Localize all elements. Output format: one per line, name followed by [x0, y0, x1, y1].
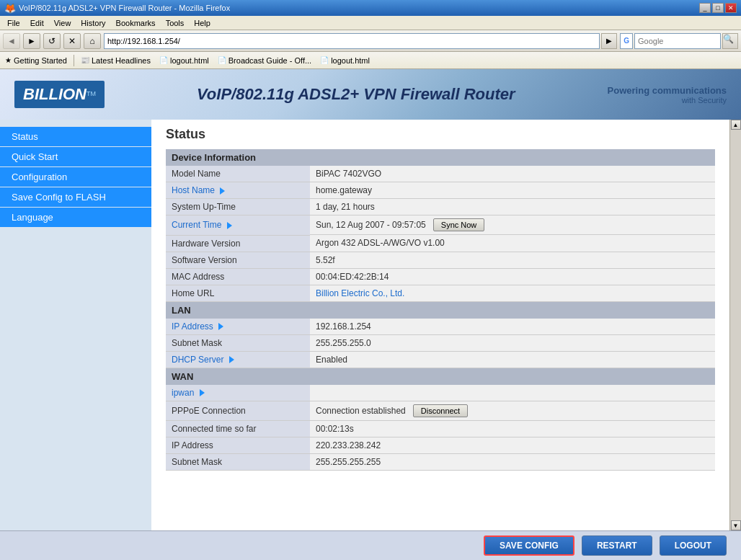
section-header-wan: WAN: [166, 368, 715, 385]
scroll-up-button[interactable]: ▲: [731, 120, 741, 130]
google-logo: G: [624, 37, 629, 45]
separator: [74, 55, 74, 66]
bookmarks-bar: ★ Getting Started 📰 Latest Headlines 📄 l…: [0, 52, 741, 69]
arrow-icon-3: [218, 323, 223, 330]
value-wan-ip: 220.233.238.242: [310, 437, 715, 454]
value-wan-subnet: 255.255.255.255: [310, 454, 715, 471]
content-area: Status Device Information Model Name BiP…: [151, 120, 729, 530]
firefox-icon: 🦊: [4, 3, 16, 14]
sidebar-item-language[interactable]: Language: [0, 208, 151, 227]
value-lan-subnet: 255.255.255.0: [310, 334, 715, 351]
arrow-icon-4: [229, 356, 234, 363]
bookmark-logout-2[interactable]: 📄 logout.html: [318, 55, 372, 66]
table-row: Subnet Mask 255.255.255.0: [166, 334, 715, 351]
value-model-name: BiPAC 7402VGO: [310, 166, 715, 182]
content-title: Status: [166, 127, 715, 142]
label-pppoe: PPPoE Connection: [166, 401, 310, 421]
label-lan-subnet: Subnet Mask: [166, 334, 310, 351]
home-url-link[interactable]: Billion Electric Co., Ltd.: [316, 288, 404, 298]
menu-bookmarks[interactable]: Bookmarks: [112, 17, 160, 29]
bookmark-getting-started[interactable]: ★ Getting Started: [3, 55, 69, 66]
table-row: Home URL Billion Electric Co., Ltd.: [166, 285, 715, 301]
router-page: BILLIONTM VoIP/802.11g ADSL2+ VPN Firewa…: [0, 69, 741, 560]
table-row: Model Name BiPAC 7402VGO: [166, 166, 715, 182]
table-row: System Up-Time 1 day, 21 hours: [166, 199, 715, 215]
save-config-button[interactable]: SAVE CONFIG: [484, 535, 574, 556]
sync-now-button[interactable]: Sync Now: [433, 218, 485, 231]
billion-logo: BILLIONTM: [14, 81, 105, 108]
page-icon-2: 📄: [218, 56, 226, 64]
restart-button[interactable]: RESTART: [582, 535, 652, 556]
page-icon-3: 📄: [320, 56, 329, 64]
label-lan-ip: IP Address: [166, 319, 310, 335]
sidebar-item-status[interactable]: Status: [0, 127, 151, 146]
browser-content: BILLIONTM VoIP/802.11g ADSL2+ VPN Firewa…: [0, 69, 741, 560]
window-title: VoIP/802.11g ADSL2+ VPN Firewall Router …: [19, 4, 230, 12]
bookmark-broadcast-guide[interactable]: 📄 Broadcast Guide - Off...: [216, 55, 314, 66]
router-main: Status Quick Start Configuration Save Co…: [0, 120, 741, 530]
reload-button[interactable]: ↺: [43, 33, 61, 49]
label-hw-version: Hardware Version: [166, 235, 310, 252]
label-ipwan: ipwan: [166, 385, 310, 401]
table-row: MAC Address 00:04:ED:42:2B:14: [166, 268, 715, 285]
section-wan: WAN: [166, 368, 715, 385]
title-bar: 🦊 VoIP/802.11g ADSL2+ VPN Firewall Route…: [0, 0, 741, 16]
logout-button[interactable]: LOGOUT: [660, 535, 727, 556]
value-pppoe: Connection established Disconnect: [310, 401, 715, 421]
table-row: Host Name home.gateway: [166, 182, 715, 199]
menu-help[interactable]: Help: [190, 17, 215, 29]
label-wan-ip: IP Address: [166, 437, 310, 454]
logo-text: BILLION: [23, 85, 86, 103]
arrow-icon-2: [227, 222, 232, 229]
value-sw-version: 5.52f: [310, 252, 715, 268]
scrollbar[interactable]: ▲ ▼: [729, 120, 741, 530]
label-wan-subnet: Subnet Mask: [166, 454, 310, 471]
search-input[interactable]: [634, 33, 721, 49]
section-header-lan: LAN: [166, 301, 715, 319]
bookmark-logout-1[interactable]: 📄 logout.html: [157, 55, 211, 66]
value-lan-ip: 192.168.1.254: [310, 319, 715, 335]
go-button[interactable]: ▶: [601, 33, 617, 49]
minimize-button[interactable]: _: [699, 3, 711, 13]
table-row: Current Time Sun, 12 Aug 2007 - 09:57:05…: [166, 215, 715, 236]
value-dhcp-server: Enabled: [310, 351, 715, 368]
search-area: G 🔍: [620, 33, 738, 49]
page-title: VoIP/802.11g ADSL2+ VPN Firewall Router: [105, 85, 608, 104]
sidebar-item-saveconfig[interactable]: Save Config to FLASH: [0, 187, 151, 207]
value-mac-address: 00:04:ED:42:2B:14: [310, 268, 715, 285]
toolbar: ◄ ► ↺ ✕ ⌂ ▶ G 🔍: [0, 30, 741, 52]
table-row: Subnet Mask 255.255.255.255: [166, 454, 715, 471]
menu-edit[interactable]: Edit: [26, 17, 48, 29]
bookmark-latest-headlines[interactable]: 📰 Latest Headlines: [79, 55, 153, 66]
value-connected-time: 00:02:13s: [310, 421, 715, 437]
table-row: Software Version 5.52f: [166, 252, 715, 268]
page-icon-1: 📄: [159, 56, 168, 64]
label-connected-time: Connected time so far: [166, 421, 310, 437]
menu-bar: File Edit View History Bookmarks Tools H…: [0, 16, 741, 30]
address-input[interactable]: [107, 37, 596, 45]
value-uptime: 1 day, 21 hours: [310, 199, 715, 215]
search-button[interactable]: 🔍: [722, 33, 738, 49]
close-button[interactable]: ✕: [725, 3, 737, 13]
home-button[interactable]: ⌂: [84, 33, 101, 49]
back-button[interactable]: ◄: [3, 33, 20, 49]
forward-button[interactable]: ►: [23, 33, 40, 49]
menu-history[interactable]: History: [76, 17, 110, 29]
sidebar-item-quickstart[interactable]: Quick Start: [0, 147, 151, 166]
menu-file[interactable]: File: [3, 17, 25, 29]
restore-button[interactable]: □: [712, 3, 724, 13]
label-home-url: Home URL: [166, 285, 310, 301]
section-device-info: Device Information: [166, 149, 715, 166]
sidebar: Status Quick Start Configuration Save Co…: [0, 120, 151, 530]
menu-view[interactable]: View: [50, 17, 76, 29]
label-sw-version: Software Version: [166, 252, 310, 268]
sidebar-item-configuration[interactable]: Configuration: [0, 167, 151, 187]
scroll-down-button[interactable]: ▼: [731, 520, 741, 530]
table-row: IP Address 220.233.238.242: [166, 437, 715, 454]
status-table: Device Information Model Name BiPAC 7402…: [166, 149, 715, 471]
table-row: PPPoE Connection Connection established …: [166, 401, 715, 421]
table-row: ipwan: [166, 385, 715, 401]
menu-tools[interactable]: Tools: [161, 17, 189, 29]
stop-button[interactable]: ✕: [63, 33, 81, 49]
disconnect-button[interactable]: Disconnect: [413, 404, 468, 417]
